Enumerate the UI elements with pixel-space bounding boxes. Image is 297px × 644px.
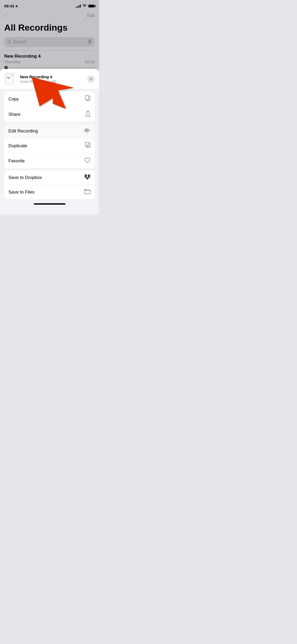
svg-rect-20 [10, 77, 11, 79]
waveform-icon [84, 128, 91, 134]
svg-rect-19 [9, 77, 10, 79]
svg-marker-39 [87, 176, 91, 178]
dropbox-icon [84, 174, 91, 181]
share-icon [85, 111, 91, 118]
duplicate-action[interactable]: Duplicate [4, 138, 95, 154]
action-group-2: Edit Recording [4, 124, 95, 168]
file-icon [4, 73, 17, 85]
favorite-label: Favorite [8, 158, 25, 164]
action-group-1: Copy Share [4, 91, 95, 122]
edit-recording-label: Edit Recording [8, 128, 38, 134]
close-share-sheet-button[interactable]: ✕ [87, 75, 95, 83]
svg-marker-38 [84, 176, 87, 178]
save-to-dropbox-action[interactable]: Save to Dropbox [4, 170, 95, 185]
action-group-3: Save to Dropbox Save to Files [4, 170, 95, 199]
share-file-name: New Recording 4 [20, 75, 87, 79]
file-preview-header: New Recording 4 Audio Recording · 1 MB ✕ [0, 69, 99, 89]
edit-recording-action[interactable]: Edit Recording [4, 124, 95, 138]
duplicate-icon [85, 142, 91, 150]
svg-rect-41 [84, 190, 90, 194]
heart-icon [84, 157, 91, 164]
share-sheet: New Recording 4 Audio Recording · 1 MB ✕… [0, 69, 99, 215]
copy-label: Copy [8, 96, 19, 102]
duplicate-label: Duplicate [8, 143, 27, 149]
home-bar [34, 203, 65, 205]
svg-rect-18 [8, 77, 8, 79]
svg-marker-40 [86, 177, 89, 180]
share-file-meta: Audio Recording · 1 MB [20, 80, 87, 84]
favorite-action[interactable]: Favorite [4, 154, 95, 168]
svg-rect-22 [85, 95, 89, 100]
files-label: Save to Files [8, 190, 34, 195]
share-label: Share [8, 112, 20, 117]
home-indicator [0, 201, 99, 206]
copy-icon [85, 95, 91, 103]
action-list: Copy Share [0, 91, 99, 199]
save-to-files-action[interactable]: Save to Files [4, 185, 95, 199]
files-icon [84, 189, 91, 195]
copy-action[interactable]: Copy [4, 91, 95, 107]
file-info: New Recording 4 Audio Recording · 1 MB [20, 75, 87, 84]
share-action[interactable]: Share [4, 107, 95, 122]
dropbox-label: Save to Dropbox [8, 175, 42, 180]
